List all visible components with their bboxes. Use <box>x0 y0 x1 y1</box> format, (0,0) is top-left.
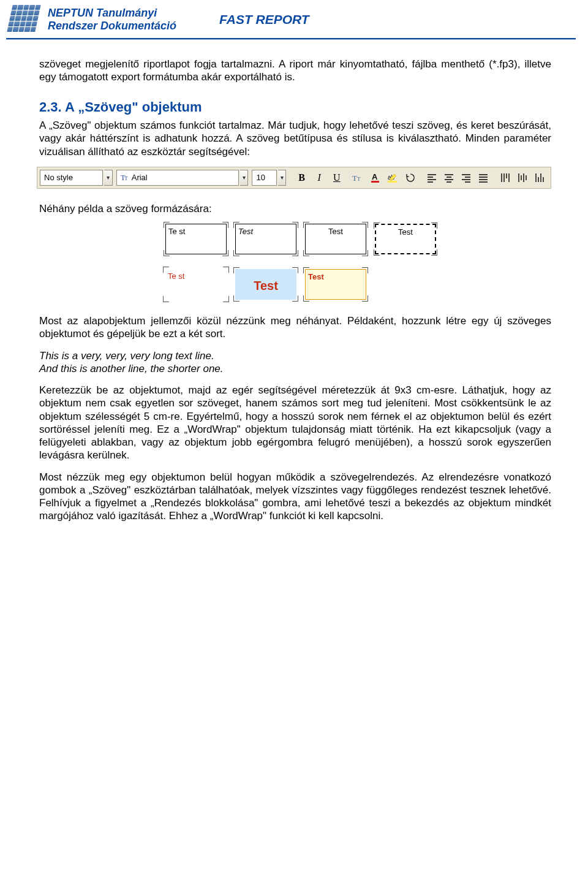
align-right-icon <box>458 170 475 186</box>
highlight-icon: ab <box>387 172 398 183</box>
align-center-button[interactable] <box>440 170 458 186</box>
paragraph-4: Most az alapobjektum jellemzői közül néz… <box>39 314 551 341</box>
style-dropdown-arrow-icon[interactable]: ▾ <box>104 170 112 186</box>
example-text-7: Test <box>308 272 324 281</box>
style-value: No style <box>44 173 73 183</box>
rotate-button[interactable] <box>402 170 419 186</box>
font-dropdown-arrow-icon[interactable]: ▾ <box>240 170 248 186</box>
align-center-icon <box>440 170 458 186</box>
page-header: NEPTUN Tanulmányi Rendszer Dokumentáció … <box>0 0 588 38</box>
italic-button[interactable]: I <box>311 170 328 186</box>
highlight-button[interactable]: ab <box>385 170 401 186</box>
valign-middle-button[interactable] <box>514 170 531 186</box>
svg-text:T: T <box>124 175 128 181</box>
valign-middle-icon <box>514 170 531 186</box>
svg-text:T: T <box>357 176 361 182</box>
paragraph-6: Most nézzük meg egy objektumon belül hog… <box>39 471 551 523</box>
example-box-4: Test <box>375 224 436 254</box>
paragraph-2: A „Szöveg" objektum számos funkciót tart… <box>39 119 551 158</box>
example-box-7: Test <box>305 269 366 300</box>
align-justify-button[interactable] <box>475 170 492 186</box>
align-left-button[interactable] <box>423 170 440 186</box>
header-title-line2: Rendszer Dokumentáció <box>48 20 176 32</box>
header-subtitle: FAST REPORT <box>219 12 309 27</box>
paragraph-1: szöveget megjelenítő riportlapot fogja t… <box>39 58 551 84</box>
example-text-4: Test <box>398 227 413 237</box>
size-dropdown[interactable]: 10 <box>252 170 277 186</box>
paragraph-3: Néhány példa a szöveg formázására: <box>39 202 551 215</box>
example-box-1: Te st <box>165 224 227 254</box>
font-settings-icon: TT <box>352 172 363 183</box>
italic-line-2: And this is another line, the shorter on… <box>39 362 551 375</box>
font-icon: TT <box>121 173 129 182</box>
example-text-5: Te st <box>168 272 184 281</box>
align-left-icon <box>423 170 440 186</box>
font-color-icon: A <box>370 172 381 183</box>
paragraph-5: Keretezzük be az objektumot, majd az egé… <box>39 384 551 462</box>
header-divider <box>6 38 576 40</box>
rotate-icon <box>405 172 416 183</box>
font-dropdown[interactable]: TT Arial <box>116 170 239 186</box>
svg-rect-5 <box>371 181 379 183</box>
svg-text:T: T <box>352 173 357 183</box>
format-examples: Te st Test Test Test Te st Test Test <box>165 224 441 300</box>
example-text-6: Test <box>254 279 278 292</box>
align-right-button[interactable] <box>458 170 475 186</box>
valign-bottom-button[interactable] <box>531 170 548 186</box>
valign-top-button[interactable] <box>497 170 514 186</box>
style-dropdown[interactable]: No style <box>40 170 103 186</box>
font-color-button[interactable]: A <box>368 170 384 186</box>
example-box-5: Te st <box>165 269 227 300</box>
example-box-3: Test <box>305 224 366 254</box>
svg-text:A: A <box>372 172 378 181</box>
logo-icon <box>10 5 42 34</box>
example-text-3: Test <box>328 227 343 236</box>
valign-top-icon <box>497 170 514 186</box>
text-format-toolbar: No style ▾ TT Arial ▾ 10 ▾ B I U TT A ab <box>37 167 551 189</box>
example-text-2: Test <box>238 227 253 236</box>
valign-bottom-icon <box>531 170 548 186</box>
font-settings-button[interactable]: TT <box>350 170 366 186</box>
header-title-line1: NEPTUN Tanulmányi <box>48 7 176 20</box>
align-justify-icon <box>475 170 492 186</box>
svg-rect-7 <box>388 181 397 183</box>
heading-2-3: 2.3. A „Szöveg" objektum <box>39 99 551 116</box>
example-box-6: Test <box>235 269 296 300</box>
bold-button[interactable]: B <box>293 170 310 186</box>
size-value: 10 <box>256 173 265 183</box>
size-dropdown-arrow-icon[interactable]: ▾ <box>278 170 286 186</box>
italic-line-1: This is a very, very, very long text lin… <box>39 349 551 362</box>
font-value: Arial <box>132 173 148 183</box>
underline-button[interactable]: U <box>328 170 345 186</box>
example-box-2: Test <box>235 224 296 254</box>
example-text-1: Te st <box>168 227 185 236</box>
